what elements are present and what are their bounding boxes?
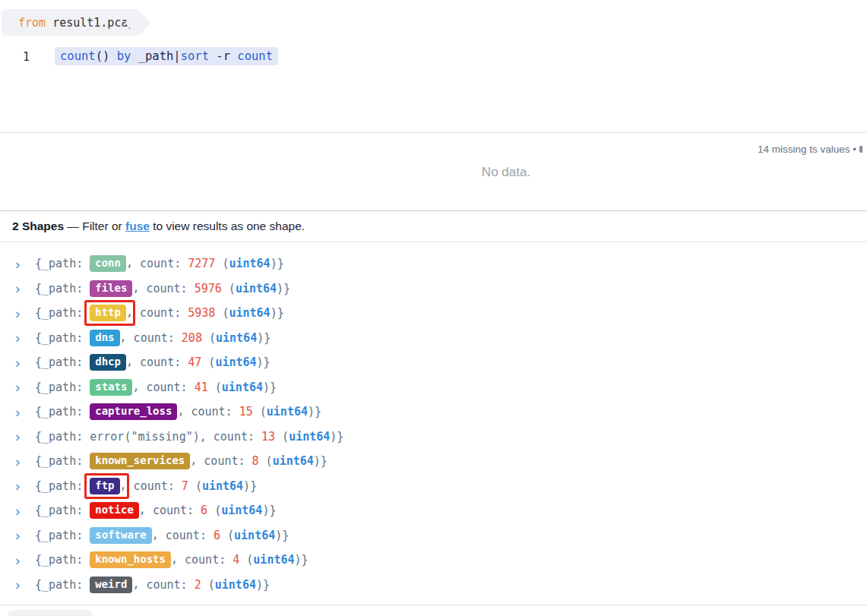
shapes-count: 2 Shapes: [12, 220, 64, 233]
count-value: 7: [182, 479, 188, 493]
shapes-bar: 2 Shapes — Filter or fuse to view result…: [0, 211, 867, 242]
result-row: ›{_path: software, count: 6 (uint64)}: [15, 523, 867, 548]
query-input[interactable]: count() by _path|sort -r count: [55, 47, 278, 65]
result-row: ›{_path: weird, count: 2 (uint64)}: [15, 573, 867, 598]
record-prefix: {_path:: [35, 553, 90, 567]
result-row: ›{_path: capture_loss, count: 15 (uint64…: [15, 400, 867, 425]
chevron-expand-icon[interactable]: ›: [15, 257, 27, 271]
path-badge-conn[interactable]: conn: [90, 255, 126, 272]
chevron-expand-icon[interactable]: ›: [15, 355, 27, 370]
record-prefix: {_path:: [35, 405, 90, 419]
type-name: uint64: [215, 578, 256, 592]
count-key: count:: [139, 578, 194, 592]
path-badge-capture_loss[interactable]: capture_loss: [90, 403, 177, 420]
chevron-expand-icon[interactable]: ›: [15, 330, 27, 345]
type-name: uint64: [229, 306, 270, 320]
fuse-link[interactable]: fuse: [125, 220, 150, 233]
chevron-expand-icon[interactable]: ›: [15, 577, 27, 592]
count-value: 15: [239, 405, 253, 419]
line-number: 1: [23, 50, 30, 64]
chart-panel: 14 missing ts values • No data.: [0, 133, 867, 210]
path-badge-dns[interactable]: dns: [90, 330, 119, 346]
chevron-expand-icon[interactable]: ›: [15, 405, 27, 419]
record-prefix: {_path:: [35, 355, 90, 369]
record-prefix: {_path:: [35, 331, 90, 345]
chevron-expand-icon[interactable]: ›: [15, 429, 27, 444]
type-name: uint64: [273, 454, 314, 468]
from-keyword: from: [18, 16, 46, 30]
chevron-expand-icon[interactable]: ›: [15, 454, 27, 469]
source-file-name: result1.pcap: [52, 16, 134, 30]
count-value: 6: [201, 504, 207, 517]
chevron-expand-icon[interactable]: ›: [15, 528, 27, 542]
count-key: count:: [127, 331, 182, 345]
query-editor[interactable]: fromresult1.pcap 1 count() by _path|sort…: [0, 0, 867, 132]
result-row: ›{_path: http, count: 5938 (uint64)}: [15, 301, 867, 326]
record-prefix: {_path:: [35, 529, 90, 542]
type-name: uint64: [216, 331, 257, 345]
count-value: 13: [261, 430, 275, 444]
count-key: count:: [184, 405, 239, 419]
count-value: 6: [214, 529, 220, 542]
count-value: 5938: [188, 306, 215, 320]
type-name: uint64: [202, 479, 243, 493]
query-token: count: [60, 49, 96, 63]
record-prefix: {_path:: [35, 430, 90, 444]
path-badge-weird[interactable]: weird: [90, 577, 132, 593]
chevron-expand-icon[interactable]: ›: [15, 553, 27, 567]
result-row: ›{_path: stats, count: 41 (uint64)}: [15, 375, 867, 400]
count-value: 208: [182, 331, 202, 345]
path-badge-software[interactable]: software: [90, 527, 151, 544]
result-row: ›{_path: ftp, count: 7 (uint64)}: [15, 474, 867, 499]
result-row: ›{_path: dns, count: 208 (uint64)}: [15, 326, 867, 351]
result-row: ›{_path: error("missing"), count: 13 (ui…: [15, 425, 867, 450]
query-token: -r: [209, 49, 237, 63]
next-source-pill-partial[interactable]: [8, 610, 93, 616]
count-key: count:: [146, 504, 201, 517]
path-badge-stats[interactable]: stats: [90, 379, 132, 396]
record-prefix: {_path:: [35, 504, 90, 517]
record-prefix: {_path:: [35, 306, 90, 320]
count-key: count:: [127, 479, 182, 493]
query-token: _path|: [131, 49, 180, 63]
result-row: ›{_path: known_services, count: 8 (uint6…: [15, 449, 867, 474]
path-value: error("missing"): [90, 430, 200, 444]
record-prefix: {_path:: [35, 479, 90, 493]
query-token: sort: [181, 49, 209, 63]
type-name: uint64: [221, 504, 262, 517]
chevron-expand-icon[interactable]: ›: [15, 281, 27, 295]
count-key: count:: [133, 306, 188, 320]
query-token: count: [237, 49, 273, 63]
path-badge-notice[interactable]: notice: [90, 502, 139, 519]
chevron-expand-icon[interactable]: ›: [15, 380, 27, 394]
count-key: count:: [139, 381, 194, 394]
missing-ts-label: 14 missing ts values •: [758, 144, 862, 155]
result-row: ›{_path: known_hosts, count: 4 (uint64)}: [15, 548, 867, 573]
result-row: ›{_path: files, count: 5976 (uint64)}: [15, 276, 867, 302]
chevron-expand-icon[interactable]: ›: [15, 306, 27, 321]
no-data-message: No data.: [482, 165, 530, 180]
result-row: ›{_path: conn, count: 7277 (uint64)}: [15, 251, 867, 276]
count-value: 4: [233, 553, 239, 567]
path-badge-known_services[interactable]: known_services: [90, 453, 190, 469]
record-prefix: {_path:: [35, 454, 90, 468]
record-prefix: {_path:: [35, 381, 90, 394]
path-badge-http[interactable]: http: [90, 305, 126, 321]
path-badge-dhcp[interactable]: dhcp: [90, 354, 126, 371]
record-prefix: {_path:: [35, 282, 90, 295]
count-key: , count:: [200, 430, 261, 444]
source-pill[interactable]: fromresult1.pcap: [2, 9, 138, 36]
chevron-expand-icon[interactable]: ›: [15, 479, 27, 493]
count-value: 47: [188, 355, 201, 369]
count-key: count:: [133, 257, 188, 270]
path-badge-ftp[interactable]: ftp: [90, 478, 119, 494]
count-key: count:: [133, 355, 188, 369]
path-badge-known_hosts[interactable]: known_hosts: [90, 551, 171, 568]
type-name: uint64: [236, 282, 277, 295]
path-badge-files[interactable]: files: [90, 280, 132, 297]
count-key: count:: [178, 553, 233, 567]
record-prefix: {_path:: [35, 578, 90, 592]
chevron-expand-icon[interactable]: ›: [15, 504, 27, 518]
result-row: ›{_path: notice, count: 6 (uint64)}: [15, 498, 867, 523]
type-name: uint64: [267, 405, 308, 419]
